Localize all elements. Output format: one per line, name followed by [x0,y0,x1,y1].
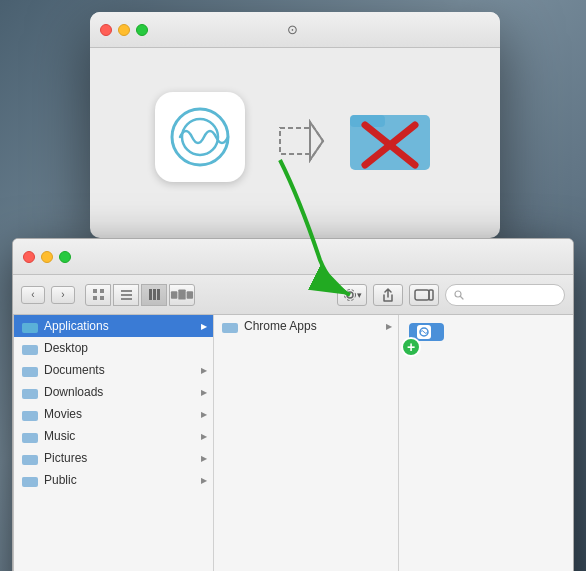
installer-title: ⊙ [287,22,303,37]
folder-icon-pictures [22,452,38,465]
coverflow-icon [170,288,194,301]
list-view-button[interactable] [113,284,139,306]
folder-icon-documents [22,364,38,377]
file-column-3: + [399,315,574,571]
search-icon [454,290,464,300]
svg-rect-11 [100,296,104,300]
missive-icon-svg [170,107,230,167]
file-item-chrome-apps[interactable]: Chrome Apps ▶ [214,315,398,337]
svg-point-21 [347,292,353,298]
missive-app-icon [155,92,245,182]
maximize-button[interactable] [136,24,148,36]
gear-icon [343,288,357,302]
chevron-icon-mov: ▶ [201,410,207,419]
svg-rect-15 [149,289,152,300]
installer-titlebar: ⊙ [90,12,500,48]
music-label: Music [44,429,75,443]
finder-window: ‹ › [12,238,574,571]
destination-container [345,92,435,190]
svg-rect-45 [22,389,28,393]
forward-button[interactable]: › [51,286,75,304]
folder-svg [345,97,435,177]
file-item-public[interactable]: Public ▶ [14,469,213,491]
svg-rect-53 [22,477,28,481]
traffic-lights [100,24,148,36]
chevron-icon-dl: ▶ [201,388,207,397]
svg-rect-8 [93,289,97,293]
file-item-downloads[interactable]: Downloads ▶ [14,381,213,403]
svg-rect-9 [100,289,104,293]
share-button[interactable] [373,284,403,306]
svg-marker-2 [280,122,323,160]
column-view-button[interactable] [141,284,167,306]
minimize-button[interactable] [118,24,130,36]
installer-dialog: ⊙ [90,12,500,238]
add-badge: + [401,337,421,357]
finder-traffic-lights [23,251,71,263]
title-icon: ⊙ [287,22,298,37]
svg-rect-14 [121,298,132,300]
column-view-icon [148,288,161,301]
missive-item-container: + [399,315,574,349]
svg-rect-20 [187,291,193,298]
finder-maximize-button[interactable] [59,251,71,263]
chevron-icon-pics: ▶ [201,454,207,463]
svg-rect-41 [22,345,28,349]
folder-icon-music [22,430,38,443]
svg-marker-3 [310,122,323,160]
list-view-icon [120,288,133,301]
svg-rect-39 [22,323,28,327]
documents-file-label: Documents [44,363,105,377]
svg-rect-55 [222,323,228,327]
finder-titlebar [13,239,573,275]
close-button[interactable] [100,24,112,36]
svg-point-1 [182,119,218,155]
svg-rect-51 [22,455,28,459]
applications-folder-icon [345,92,435,182]
pictures-label: Pictures [44,451,87,465]
svg-rect-17 [157,289,160,300]
file-item-movies[interactable]: Movies ▶ [14,403,213,425]
svg-rect-16 [153,289,156,300]
file-item-applications[interactable]: Applications ▶ [14,315,213,337]
folder-icon-desktop [22,342,38,355]
file-item-music[interactable]: Music ▶ [14,425,213,447]
svg-rect-19 [178,289,185,299]
folder-icon-applications [22,320,38,333]
folder-icon-movies [22,408,38,421]
icon-view-button[interactable] [85,284,111,306]
finder-close-button[interactable] [23,251,35,263]
installer-body [90,48,500,238]
finder-minimize-button[interactable] [41,251,53,263]
svg-rect-23 [415,290,429,300]
folder-icon-chrome [222,320,238,333]
coverflow-view-button[interactable] [169,284,195,306]
desktop-file-label: Desktop [44,341,88,355]
svg-rect-13 [121,294,132,296]
public-label: Public [44,473,77,487]
svg-rect-10 [93,296,97,300]
svg-rect-18 [171,291,177,298]
svg-rect-12 [121,290,132,292]
folder-icon-public [22,474,38,487]
finder-toolbar: ‹ › [13,275,573,315]
svg-point-22 [344,289,355,300]
tag-button[interactable] [409,284,439,306]
svg-rect-43 [22,367,28,371]
file-item-documents[interactable]: Documents ▶ [14,359,213,381]
action-button[interactable]: ▾ [337,284,367,306]
view-buttons [85,284,195,306]
search-box[interactable] [445,284,565,306]
file-item-pictures[interactable]: Pictures ▶ [14,447,213,469]
install-arrow [265,116,325,166]
file-column-2: Chrome Apps ▶ [214,315,399,571]
svg-rect-49 [22,433,28,437]
back-button[interactable]: ‹ [21,286,45,304]
movies-label: Movies [44,407,82,421]
share-icon [382,288,394,302]
file-columns: Applications ▶ Desktop Documents [14,315,574,571]
chevron-icon-chrome: ▶ [386,322,392,331]
file-item-desktop[interactable]: Desktop [14,337,213,359]
tag-icon [414,289,434,301]
missive-badge-icon [417,325,431,339]
